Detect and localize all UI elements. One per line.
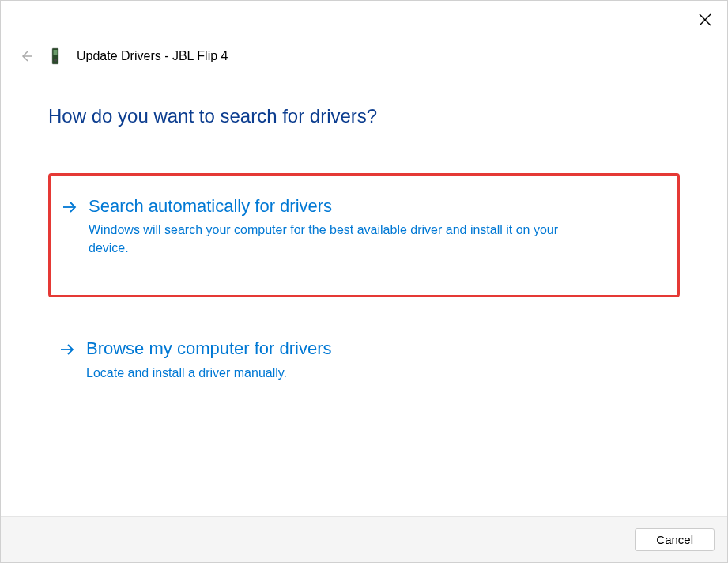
arrow-right-icon <box>59 342 75 361</box>
close-icon <box>699 13 711 26</box>
option-title: Search automatically for drivers <box>89 196 594 217</box>
page-heading: How do you want to search for drivers? <box>48 105 680 127</box>
svg-rect-4 <box>54 50 58 55</box>
update-drivers-dialog: Update Drivers - JBL Flip 4 How do you w… <box>0 0 728 563</box>
close-button[interactable] <box>692 7 718 32</box>
dialog-header: Update Drivers - JBL Flip 4 <box>1 32 727 66</box>
option-description: Locate and install a driver manually. <box>86 365 332 382</box>
option-search-automatically[interactable]: Search automatically for drivers Windows… <box>48 173 680 297</box>
option-text-block: Browse my computer for drivers Locate an… <box>86 338 332 382</box>
option-browse-computer[interactable]: Browse my computer for drivers Locate an… <box>48 324 680 396</box>
arrow-right-icon <box>62 199 77 219</box>
option-title: Browse my computer for drivers <box>86 338 332 359</box>
dialog-title: Update Drivers - JBL Flip 4 <box>77 49 228 63</box>
svg-point-5 <box>54 59 57 62</box>
cancel-button[interactable]: Cancel <box>635 528 715 551</box>
option-text-block: Search automatically for drivers Windows… <box>89 196 594 257</box>
device-icon <box>48 47 62 66</box>
option-description: Windows will search your computer for th… <box>89 221 594 257</box>
back-button <box>18 50 34 62</box>
back-arrow-icon <box>20 50 32 62</box>
dialog-footer: Cancel <box>1 516 727 562</box>
dialog-content: How do you want to search for drivers? S… <box>1 66 727 516</box>
